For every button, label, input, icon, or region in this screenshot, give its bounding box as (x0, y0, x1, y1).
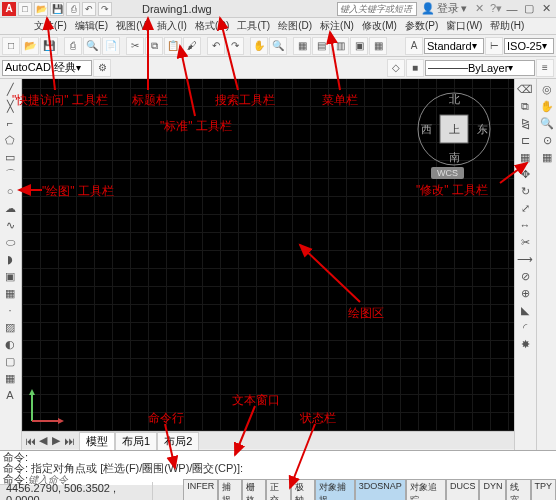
polygon-icon[interactable]: ⬠ (1, 132, 19, 148)
show-icon[interactable]: ▦ (538, 149, 556, 165)
layer-icon[interactable]: ◇ (387, 59, 405, 77)
tab-layout1[interactable]: 布局1 (115, 432, 157, 450)
array-icon[interactable]: ▦ (516, 149, 534, 165)
pan-icon[interactable]: ✋ (250, 37, 268, 55)
menu-dim[interactable]: 标注(N) (316, 19, 358, 33)
redo-icon[interactable]: ↷ (98, 2, 112, 16)
menu-window[interactable]: 窗口(W) (442, 19, 486, 33)
erase-icon[interactable]: ⌫ (516, 81, 534, 97)
circle-icon[interactable]: ○ (1, 183, 19, 199)
break-icon[interactable]: ⊘ (516, 268, 534, 284)
login-area[interactable]: 👤 登录 ▾ (421, 1, 467, 16)
region-icon[interactable]: ▢ (1, 353, 19, 369)
lineweight-icon[interactable]: ≡ (536, 59, 554, 77)
gradient-icon[interactable]: ◐ (1, 336, 19, 352)
app-icon[interactable]: A (2, 2, 16, 16)
cut-icon[interactable]: ✂ (126, 37, 144, 55)
sb-infer[interactable]: INFER (183, 479, 218, 501)
chamfer-icon[interactable]: ◣ (516, 302, 534, 318)
copy-icon[interactable]: ⧉ (145, 37, 163, 55)
sb-lwt[interactable]: 线宽 (506, 479, 530, 501)
spline-icon[interactable]: ∿ (1, 217, 19, 233)
mirror-icon[interactable]: ⧎ (516, 115, 534, 131)
insert-icon[interactable]: ▣ (1, 268, 19, 284)
preview-icon[interactable]: 🔍 (83, 37, 101, 55)
dimstyle-icon[interactable]: ⊢ (485, 37, 503, 55)
ellipse-icon[interactable]: ⬭ (1, 234, 19, 250)
wheel-icon[interactable]: ◎ (538, 81, 556, 97)
sb-dyn[interactable]: DYN (479, 479, 506, 501)
color-icon[interactable]: ■ (406, 59, 424, 77)
sb-otrack[interactable]: 对象追踪 (406, 479, 446, 501)
props-icon[interactable]: ▦ (293, 37, 311, 55)
ellipsearc-icon[interactable]: ◗ (1, 251, 19, 267)
rect-icon[interactable]: ▭ (1, 149, 19, 165)
search-input[interactable] (337, 2, 417, 16)
drawing-canvas[interactable]: 上 北 南 东 西 WCS (22, 79, 514, 431)
offset-icon[interactable]: ⊏ (516, 132, 534, 148)
table-icon[interactable]: ▦ (1, 370, 19, 386)
exchange-icon[interactable]: ✕ (475, 2, 484, 15)
publish-icon[interactable]: 📄 (102, 37, 120, 55)
fillet-icon[interactable]: ◜ (516, 319, 534, 335)
menu-draw[interactable]: 绘图(D) (274, 19, 316, 33)
textstyle-icon[interactable]: A (405, 37, 423, 55)
tab-last-icon[interactable]: ⏭ (63, 435, 75, 447)
sb-osnap[interactable]: 对象捕捉 (315, 479, 355, 501)
join-icon[interactable]: ⊕ (516, 285, 534, 301)
tab-prev-icon[interactable]: ◀ (37, 435, 49, 447)
revcloud-icon[interactable]: ☁ (1, 200, 19, 216)
undo-icon[interactable]: ↶ (82, 2, 96, 16)
print-icon[interactable]: ⎙ (66, 2, 80, 16)
layer-combo[interactable]: ———— ByLayer ▾ (425, 60, 535, 76)
menu-file[interactable]: 文件(F) (30, 19, 71, 33)
redo-icon[interactable]: ↷ (226, 37, 244, 55)
zoom2-icon[interactable]: 🔍 (538, 115, 556, 131)
style-combo[interactable]: Standard ▾ (424, 38, 484, 54)
new-icon[interactable]: □ (18, 2, 32, 16)
calc-icon[interactable]: ▦ (369, 37, 387, 55)
sb-polar[interactable]: 极轴 (291, 479, 315, 501)
menu-insert[interactable]: 插入(I) (153, 19, 190, 33)
match-icon[interactable]: 🖌 (183, 37, 201, 55)
sb-grid[interactable]: 栅格 (242, 479, 266, 501)
point-icon[interactable]: · (1, 302, 19, 318)
menu-edit[interactable]: 编辑(E) (71, 19, 112, 33)
copy2-icon[interactable]: ⧉ (516, 98, 534, 114)
undo-icon[interactable]: ↶ (207, 37, 225, 55)
menu-modify[interactable]: 修改(M) (358, 19, 401, 33)
sb-3dosnap[interactable]: 3DOSNAP (355, 479, 406, 501)
menu-view[interactable]: 视图(V) (112, 19, 153, 33)
tool-palette-icon[interactable]: ▥ (331, 37, 349, 55)
dsn-icon[interactable]: ▤ (312, 37, 330, 55)
plot-icon[interactable]: ⎙ (64, 37, 82, 55)
pan2-icon[interactable]: ✋ (538, 98, 556, 114)
iso-combo[interactable]: ISO-25 ▾ (504, 38, 554, 54)
line-icon[interactable]: ╱ (1, 81, 19, 97)
mtext-icon[interactable]: A (1, 387, 19, 403)
workspace-combo[interactable]: AutoCAD 经典 ▾ (2, 60, 92, 76)
minimize-button[interactable]: — (504, 2, 520, 16)
tab-first-icon[interactable]: ⏮ (24, 435, 36, 447)
tab-model[interactable]: 模型 (79, 432, 115, 450)
sheet-icon[interactable]: ▣ (350, 37, 368, 55)
open-icon[interactable]: 📂 (34, 2, 48, 16)
sb-ortho[interactable]: 正交 (266, 479, 290, 501)
orbit-icon[interactable]: ⊙ (538, 132, 556, 148)
xline-icon[interactable]: ╳ (1, 98, 19, 114)
sb-ducs[interactable]: DUCS (446, 479, 480, 501)
close-button[interactable]: ✕ (538, 2, 554, 16)
viewcube[interactable]: 上 北 南 东 西 (414, 89, 494, 169)
ws-gear-icon[interactable]: ⚙ (93, 59, 111, 77)
block-icon[interactable]: ▦ (1, 285, 19, 301)
pline-icon[interactable]: ⌐ (1, 115, 19, 131)
move-icon[interactable]: ✥ (516, 166, 534, 182)
save-icon[interactable]: 💾 (40, 37, 58, 55)
menu-format[interactable]: 格式(O) (191, 19, 233, 33)
help-icon[interactable]: ?▾ (490, 2, 502, 15)
maximize-button[interactable]: ▢ (521, 2, 537, 16)
scale-icon[interactable]: ⤢ (516, 200, 534, 216)
explode-icon[interactable]: ✸ (516, 336, 534, 352)
menu-help[interactable]: 帮助(H) (486, 19, 528, 33)
paste-icon[interactable]: 📋 (164, 37, 182, 55)
